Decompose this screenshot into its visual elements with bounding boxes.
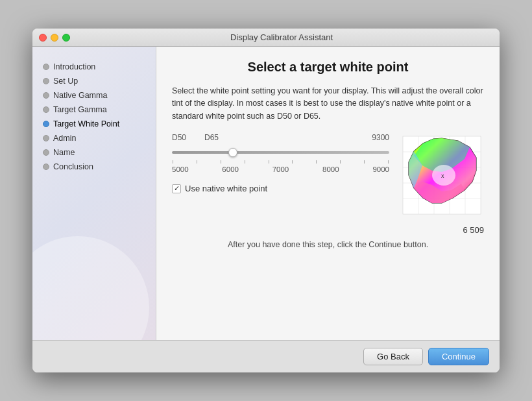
sidebar-item-target-gamma[interactable]: Target Gamma	[39, 103, 149, 117]
nav-dot-admin	[43, 135, 49, 141]
maximize-button[interactable]	[62, 34, 70, 42]
sidebar-label-native-gamma: Native Gamma	[53, 91, 107, 100]
nav-dot-introduction	[43, 64, 49, 70]
sidebar: Introduction Set Up Native Gamma Target …	[32, 47, 156, 340]
nav-dot-conclusion	[43, 164, 49, 170]
slider-bottom-labels: 5000 6000 7000 8000 9000	[172, 165, 389, 173]
description-text: Select the white point setting you want …	[172, 85, 484, 123]
tick-3	[221, 160, 221, 164]
sidebar-item-admin[interactable]: Admin	[39, 131, 149, 145]
tick-2	[197, 160, 197, 164]
label-d50: D50	[172, 133, 186, 142]
nav-dot-target-white-point	[43, 121, 49, 127]
checkbox-label: Use native white point	[185, 184, 267, 193]
label-8000: 8000	[322, 165, 339, 173]
instruction-text: After you have done this step, click the…	[172, 240, 484, 249]
nav-dot-name	[43, 149, 49, 156]
sidebar-item-target-white-point[interactable]: Target White Point	[39, 117, 149, 131]
slider-container[interactable]	[172, 146, 389, 159]
label-9000: 9000	[372, 165, 389, 173]
sidebar-label-target-gamma: Target Gamma	[53, 105, 107, 114]
minimize-button[interactable]	[51, 34, 58, 42]
label-6000: 6000	[222, 165, 239, 173]
label-7000: 7000	[272, 165, 289, 173]
sidebar-item-setup[interactable]: Set Up	[39, 74, 149, 88]
label-d65: D65	[204, 133, 219, 142]
svg-text:x: x	[441, 173, 444, 179]
window-title: Display Calibrator Assistant	[70, 32, 493, 42]
main-window: Display Calibrator Assistant Introductio…	[32, 29, 500, 372]
sidebar-label-admin: Admin	[53, 134, 76, 143]
page-title: Select a target white point	[172, 60, 484, 75]
tick-5	[269, 160, 269, 164]
sidebar-label-introduction: Introduction	[53, 62, 95, 71]
slider-track	[172, 151, 389, 154]
slider-section: D50 D65 9300	[172, 133, 484, 217]
continue-button[interactable]: Continue	[428, 348, 489, 365]
slider-ticks	[172, 160, 389, 164]
checkbox-native-white-point[interactable]: ✓	[172, 184, 181, 193]
tick-9	[364, 160, 365, 164]
sidebar-decoration	[32, 236, 149, 340]
traffic-lights	[39, 34, 70, 42]
sidebar-label-target-white-point: Target White Point	[53, 119, 119, 128]
label-9300: 9300	[372, 133, 389, 142]
close-button[interactable]	[39, 34, 47, 42]
sidebar-nav: Introduction Set Up Native Gamma Target …	[39, 60, 149, 174]
go-back-button[interactable]: Go Back	[363, 348, 423, 365]
nav-dot-target-gamma	[43, 106, 49, 113]
sidebar-item-introduction[interactable]: Introduction	[39, 60, 149, 74]
label-5000: 5000	[172, 165, 189, 173]
sidebar-item-conclusion[interactable]: Conclusion	[39, 160, 149, 174]
window-body: Introduction Set Up Native Gamma Target …	[32, 47, 500, 340]
sidebar-label-setup: Set Up	[53, 77, 78, 86]
tick-4	[245, 160, 245, 164]
tick-10	[388, 160, 389, 164]
slider-thumb[interactable]	[228, 148, 237, 157]
sidebar-item-native-gamma[interactable]: Native Gamma	[39, 88, 149, 103]
value-display: 6 509	[172, 225, 484, 235]
tick-1	[173, 160, 173, 164]
sidebar-label-conclusion: Conclusion	[53, 162, 93, 171]
sidebar-label-name: Name	[53, 148, 75, 157]
footer: Go Back Continue	[32, 340, 500, 372]
sidebar-item-name[interactable]: Name	[39, 145, 149, 160]
nav-dot-native-gamma	[43, 92, 49, 99]
checkbox-row[interactable]: ✓ Use native white point	[172, 184, 389, 193]
titlebar: Display Calibrator Assistant	[32, 29, 500, 47]
main-content: Select a target white point Select the w…	[156, 47, 500, 340]
nav-dot-setup	[43, 78, 49, 84]
tick-6	[292, 160, 293, 164]
tick-7	[316, 160, 317, 164]
tick-8	[340, 160, 341, 164]
cie-diagram: x	[400, 133, 484, 217]
slider-top-labels: D50 D65 9300	[172, 133, 389, 142]
slider-area: D50 D65 9300	[172, 133, 389, 199]
